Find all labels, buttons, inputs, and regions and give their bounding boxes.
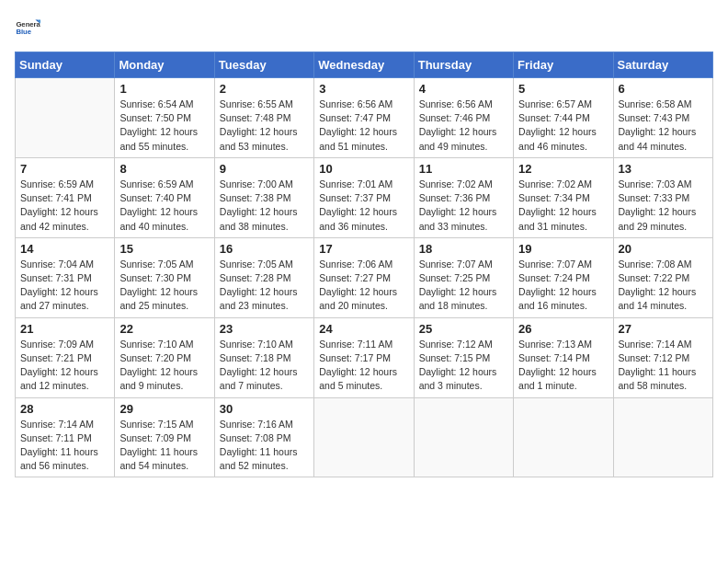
day-cell: 12Sunrise: 7:02 AM Sunset: 7:34 PM Dayli…: [514, 157, 613, 237]
weekday-header-wednesday: Wednesday: [314, 52, 414, 78]
day-info: Sunrise: 7:05 AM Sunset: 7:28 PM Dayligh…: [220, 258, 309, 314]
day-cell: 5Sunrise: 6:57 AM Sunset: 7:44 PM Daylig…: [514, 78, 613, 158]
day-number: 10: [319, 162, 408, 176]
day-cell: 6Sunrise: 6:58 AM Sunset: 7:43 PM Daylig…: [613, 78, 712, 158]
weekday-header-saturday: Saturday: [613, 52, 712, 78]
day-cell: 18Sunrise: 7:07 AM Sunset: 7:25 PM Dayli…: [414, 237, 513, 317]
day-cell: [514, 397, 613, 477]
day-cell: 24Sunrise: 7:11 AM Sunset: 7:17 PM Dayli…: [314, 317, 414, 397]
day-cell: 22Sunrise: 7:10 AM Sunset: 7:20 PM Dayli…: [115, 317, 214, 397]
day-info: Sunrise: 6:58 AM Sunset: 7:43 PM Dayligh…: [619, 98, 708, 154]
day-info: Sunrise: 7:03 AM Sunset: 7:33 PM Dayligh…: [619, 178, 708, 234]
day-number: 3: [319, 82, 408, 96]
day-cell: 8Sunrise: 6:59 AM Sunset: 7:40 PM Daylig…: [115, 157, 214, 237]
day-cell: 27Sunrise: 7:14 AM Sunset: 7:12 PM Dayli…: [613, 317, 712, 397]
calendar: SundayMondayTuesdayWednesdayThursdayFrid…: [15, 52, 713, 477]
day-info: Sunrise: 7:14 AM Sunset: 7:11 PM Dayligh…: [20, 418, 109, 474]
weekday-header-sunday: Sunday: [16, 52, 115, 78]
day-number: 23: [220, 322, 309, 336]
weekday-header-thursday: Thursday: [414, 52, 513, 78]
day-cell: 9Sunrise: 7:00 AM Sunset: 7:38 PM Daylig…: [214, 157, 313, 237]
svg-text:Blue: Blue: [16, 28, 31, 36]
day-cell: [314, 397, 414, 477]
day-info: Sunrise: 7:10 AM Sunset: 7:18 PM Dayligh…: [220, 338, 309, 394]
day-info: Sunrise: 7:06 AM Sunset: 7:27 PM Dayligh…: [319, 258, 408, 314]
day-number: 8: [119, 162, 209, 176]
day-number: 26: [518, 322, 608, 336]
day-cell: 13Sunrise: 7:03 AM Sunset: 7:33 PM Dayli…: [613, 157, 712, 237]
day-cell: [613, 397, 712, 477]
day-cell: 14Sunrise: 7:04 AM Sunset: 7:31 PM Dayli…: [16, 237, 115, 317]
day-number: 15: [119, 242, 209, 256]
day-number: 11: [419, 162, 508, 176]
day-info: Sunrise: 6:55 AM Sunset: 7:48 PM Dayligh…: [220, 98, 309, 154]
day-info: Sunrise: 7:09 AM Sunset: 7:21 PM Dayligh…: [20, 338, 109, 394]
logo-icon: General Blue: [15, 15, 40, 40]
day-cell: 29Sunrise: 7:15 AM Sunset: 7:09 PM Dayli…: [115, 397, 214, 477]
day-number: 24: [319, 322, 408, 336]
day-info: Sunrise: 7:11 AM Sunset: 7:17 PM Dayligh…: [319, 338, 408, 394]
week-row-2: 7Sunrise: 6:59 AM Sunset: 7:41 PM Daylig…: [16, 157, 713, 237]
day-number: 12: [518, 162, 608, 176]
day-number: 5: [518, 82, 608, 96]
day-cell: [414, 397, 513, 477]
day-info: Sunrise: 7:12 AM Sunset: 7:15 PM Dayligh…: [419, 338, 508, 394]
day-info: Sunrise: 7:07 AM Sunset: 7:24 PM Dayligh…: [518, 258, 608, 314]
day-cell: 28Sunrise: 7:14 AM Sunset: 7:11 PM Dayli…: [16, 397, 115, 477]
day-cell: 17Sunrise: 7:06 AM Sunset: 7:27 PM Dayli…: [314, 237, 414, 317]
day-number: 30: [220, 402, 309, 416]
week-row-5: 28Sunrise: 7:14 AM Sunset: 7:11 PM Dayli…: [16, 397, 713, 477]
day-info: Sunrise: 7:01 AM Sunset: 7:37 PM Dayligh…: [319, 178, 408, 234]
day-cell: 26Sunrise: 7:13 AM Sunset: 7:14 PM Dayli…: [514, 317, 613, 397]
day-number: 2: [220, 82, 309, 96]
day-cell: 20Sunrise: 7:08 AM Sunset: 7:22 PM Dayli…: [613, 237, 712, 317]
day-number: 27: [619, 322, 708, 336]
day-number: 17: [319, 242, 408, 256]
day-info: Sunrise: 6:59 AM Sunset: 7:40 PM Dayligh…: [119, 178, 209, 234]
day-cell: 11Sunrise: 7:02 AM Sunset: 7:36 PM Dayli…: [414, 157, 513, 237]
day-number: 20: [619, 242, 708, 256]
day-info: Sunrise: 6:54 AM Sunset: 7:50 PM Dayligh…: [119, 98, 209, 154]
day-cell: 21Sunrise: 7:09 AM Sunset: 7:21 PM Dayli…: [16, 317, 115, 397]
day-cell: 4Sunrise: 6:56 AM Sunset: 7:46 PM Daylig…: [414, 78, 513, 158]
day-cell: 10Sunrise: 7:01 AM Sunset: 7:37 PM Dayli…: [314, 157, 414, 237]
day-number: 16: [220, 242, 309, 256]
day-number: 22: [119, 322, 209, 336]
svg-text:General: General: [16, 20, 40, 29]
day-number: 29: [119, 402, 209, 416]
day-info: Sunrise: 7:00 AM Sunset: 7:38 PM Dayligh…: [220, 178, 309, 234]
day-number: 19: [518, 242, 608, 256]
day-info: Sunrise: 7:05 AM Sunset: 7:30 PM Dayligh…: [119, 258, 209, 314]
day-number: 14: [20, 242, 109, 256]
day-info: Sunrise: 7:10 AM Sunset: 7:20 PM Dayligh…: [119, 338, 209, 394]
logo: General Blue: [15, 15, 42, 40]
day-info: Sunrise: 7:14 AM Sunset: 7:12 PM Dayligh…: [619, 338, 708, 394]
day-cell: 25Sunrise: 7:12 AM Sunset: 7:15 PM Dayli…: [414, 317, 513, 397]
day-number: 7: [20, 162, 109, 176]
week-row-1: 1Sunrise: 6:54 AM Sunset: 7:50 PM Daylig…: [16, 78, 713, 158]
header: General Blue: [15, 15, 713, 40]
day-cell: [16, 78, 115, 158]
day-number: 4: [419, 82, 508, 96]
day-number: 9: [220, 162, 309, 176]
day-info: Sunrise: 7:07 AM Sunset: 7:25 PM Dayligh…: [419, 258, 508, 314]
day-cell: 19Sunrise: 7:07 AM Sunset: 7:24 PM Dayli…: [514, 237, 613, 317]
day-number: 18: [419, 242, 508, 256]
weekday-header-tuesday: Tuesday: [214, 52, 313, 78]
day-info: Sunrise: 7:15 AM Sunset: 7:09 PM Dayligh…: [119, 418, 209, 474]
day-info: Sunrise: 7:02 AM Sunset: 7:34 PM Dayligh…: [518, 178, 608, 234]
day-info: Sunrise: 6:56 AM Sunset: 7:47 PM Dayligh…: [319, 98, 408, 154]
weekday-header-monday: Monday: [115, 52, 214, 78]
day-info: Sunrise: 7:02 AM Sunset: 7:36 PM Dayligh…: [419, 178, 508, 234]
day-info: Sunrise: 6:57 AM Sunset: 7:44 PM Dayligh…: [518, 98, 608, 154]
weekday-header-friday: Friday: [514, 52, 613, 78]
day-number: 25: [419, 322, 508, 336]
day-number: 13: [619, 162, 708, 176]
week-row-4: 21Sunrise: 7:09 AM Sunset: 7:21 PM Dayli…: [16, 317, 713, 397]
day-cell: 23Sunrise: 7:10 AM Sunset: 7:18 PM Dayli…: [214, 317, 313, 397]
day-cell: 16Sunrise: 7:05 AM Sunset: 7:28 PM Dayli…: [214, 237, 313, 317]
day-info: Sunrise: 7:08 AM Sunset: 7:22 PM Dayligh…: [619, 258, 708, 314]
day-number: 21: [20, 322, 109, 336]
day-cell: 15Sunrise: 7:05 AM Sunset: 7:30 PM Dayli…: [115, 237, 214, 317]
day-cell: 30Sunrise: 7:16 AM Sunset: 7:08 PM Dayli…: [214, 397, 313, 477]
